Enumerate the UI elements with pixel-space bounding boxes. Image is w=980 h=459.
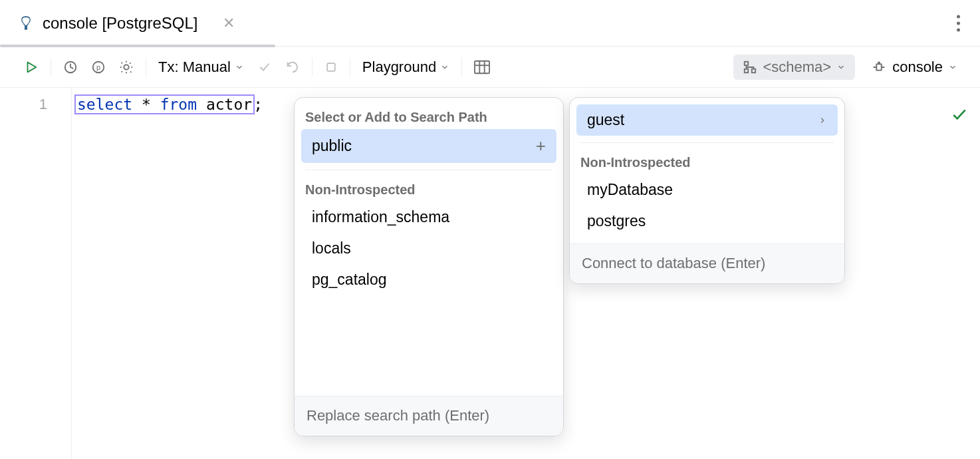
schema-item-locals[interactable]: locals (301, 233, 556, 264)
tx-mode-dropdown[interactable]: Tx: Manual (152, 55, 251, 80)
chevron-right-icon (818, 111, 827, 129)
gear-icon[interactable] (112, 56, 140, 78)
schema-dropdown[interactable]: <schema> (733, 55, 855, 80)
chevron-down-icon (235, 59, 244, 76)
svg-text:p: p (96, 63, 100, 71)
db-item-label: postgres (587, 212, 646, 230)
playground-label: Playground (362, 59, 436, 76)
db-item-label: guest (587, 111, 624, 129)
postgres-elephant-icon (17, 15, 35, 32)
svg-rect-3 (327, 63, 335, 71)
commit-check-icon[interactable] (251, 56, 279, 78)
schema-item-information-schema[interactable]: information_schema (301, 202, 556, 233)
popup-footer: Replace search path (Enter) (295, 396, 563, 436)
db-item-postgres[interactable]: postgres (576, 206, 838, 237)
toolbar-separator (51, 58, 51, 76)
schema-icon (743, 60, 757, 75)
inspection-ok-icon[interactable] (951, 106, 968, 126)
schema-search-path-popup: Select or Add to Search Path public + No… (294, 97, 564, 436)
plug-icon (871, 60, 887, 75)
db-item-mydatabase[interactable]: myDatabase (576, 174, 838, 206)
table-view-icon[interactable] (467, 56, 497, 78)
session-label: console (892, 59, 943, 76)
toolbar-separator (312, 58, 312, 76)
table-name: actor (206, 96, 252, 113)
plus-icon[interactable]: + (536, 136, 546, 156)
db-item-guest[interactable]: guest (576, 104, 838, 136)
schema-item-label: public (312, 137, 352, 155)
schema-item-pg-catalog[interactable]: pg_catalog (301, 264, 556, 295)
semicolon: ; (253, 96, 263, 113)
playground-dropdown[interactable]: Playground (356, 55, 456, 80)
keyword-from: from (160, 96, 197, 113)
schema-item-label: pg_catalog (312, 271, 387, 289)
svg-rect-8 (745, 61, 749, 65)
editor-toolbar: p Tx: Manual Playground <schema> consol (0, 47, 980, 88)
popup-section-header: Non-Introspected (295, 170, 563, 202)
svg-rect-10 (745, 69, 749, 73)
stop-button[interactable] (318, 57, 344, 78)
editor-tab-console[interactable]: console [PostgreSQL] ✕ (17, 14, 235, 33)
rollback-undo-icon[interactable] (279, 56, 306, 78)
keyword-select: select (77, 96, 132, 113)
history-icon[interactable] (57, 56, 84, 78)
popup-footer: Connect to database (Enter) (570, 243, 844, 283)
schema-item-public[interactable]: public + (301, 129, 556, 163)
schema-item-label: locals (312, 239, 351, 257)
schema-label: <schema> (763, 59, 831, 76)
star-token: * (142, 96, 151, 113)
db-item-label: myDatabase (587, 181, 673, 199)
database-submenu-popup: guest Non-Introspected myDatabase postgr… (569, 97, 845, 284)
highlighted-statement: select * from actor (76, 96, 253, 113)
run-button[interactable] (17, 56, 45, 78)
toolbar-separator (350, 58, 350, 76)
line-number: 1 (0, 96, 47, 113)
tx-mode-label: Tx: Manual (158, 59, 231, 76)
svg-rect-4 (475, 61, 489, 73)
svg-rect-9 (752, 69, 756, 73)
kebab-menu-icon[interactable] (957, 15, 960, 31)
editor-tab-title: console [PostgreSQL] (43, 14, 197, 33)
toolbar-separator (461, 58, 462, 76)
toolbar-separator (146, 58, 146, 76)
popup-section-header: Non-Introspected (570, 143, 844, 174)
chevron-down-icon (948, 59, 957, 76)
close-icon[interactable]: ✕ (223, 15, 235, 32)
chevron-down-icon (440, 59, 449, 76)
editor-gutter: 1 (0, 88, 72, 459)
popup-header: Select or Add to Search Path (295, 98, 563, 129)
letter-p-icon[interactable]: p (84, 56, 112, 78)
chevron-down-icon (836, 59, 846, 76)
session-dropdown[interactable]: console (862, 55, 967, 80)
code-editor[interactable]: select * from actor; (72, 88, 263, 459)
editor-tab-bar: console [PostgreSQL] ✕ (0, 0, 980, 47)
schema-item-label: information_schema (312, 208, 449, 226)
